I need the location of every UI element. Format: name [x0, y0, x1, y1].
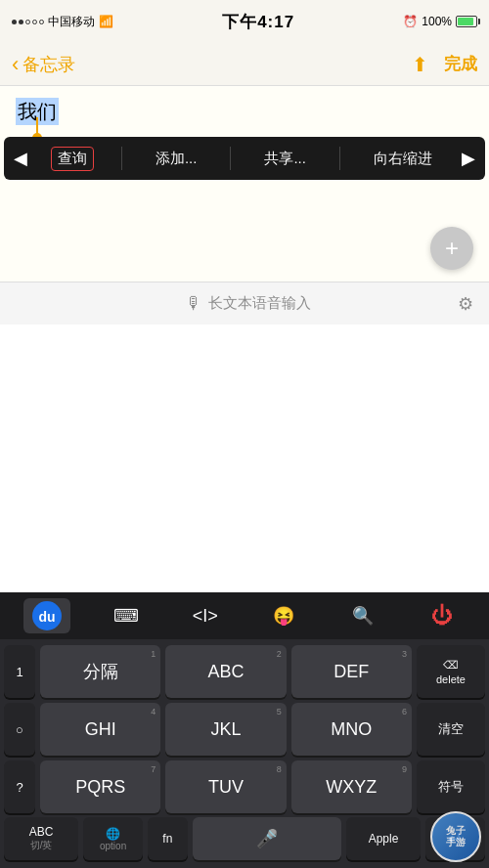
abc-bot-label: 切/英 [30, 839, 53, 852]
done-button[interactable]: 完成 [444, 53, 477, 75]
mic-icon[interactable]: 🎙 [186, 294, 202, 314]
kb-search-button[interactable]: 🔍 [339, 598, 386, 633]
key-side-question[interactable]: ? [4, 760, 35, 813]
key-mno[interactable]: 6 MNO [291, 703, 412, 756]
kb-emoji-button[interactable]: 😝 [260, 598, 307, 633]
fn-label: fn [162, 832, 172, 846]
voice-input-label: 长文本语音输入 [208, 294, 311, 313]
keyboard-icon: ⌨ [113, 605, 139, 627]
key-num-1: 1 [151, 649, 156, 659]
back-button[interactable]: ‹ 备忘录 [12, 53, 75, 76]
status-time: 下午4:17 [222, 11, 294, 33]
signal-dot-2 [19, 20, 23, 24]
key-pqrs[interactable]: 7 PQRS [40, 760, 160, 813]
key-tuv[interactable]: 8 TUV [165, 760, 286, 813]
keyboard-side-left: 1 ○ ? [4, 645, 35, 813]
notes-content-area[interactable]: 我们 ◀ 查询 添加... 共享... 向右缩进 ▶ + [0, 86, 489, 282]
keyboard-row-2: 4 GHI 5 JKL 6 MNO [40, 703, 412, 756]
key-label-jkl: JKL [210, 719, 241, 740]
power-icon: ⏻ [431, 603, 453, 629]
keyboard-row-3: 7 PQRS 8 TUV 9 WXYZ [40, 760, 412, 813]
key-num-8: 8 [277, 764, 282, 774]
emoji-icon: 😝 [273, 605, 294, 627]
option-label: option [100, 841, 126, 851]
input-toolbar: 🎙 长文本语音输入 ⚙ [0, 282, 489, 325]
kb-keyboard-button[interactable]: ⌨ [103, 598, 150, 633]
status-right: ⏰ 100% [403, 15, 477, 28]
input-toolbar-center: 🎙 长文本语音输入 [186, 294, 311, 314]
context-menu-item-indent[interactable]: 向右缩进 [368, 150, 438, 168]
keyboard-main-layout: 1 ○ ? 1 分隔 2 ABC 3 DEF [0, 639, 489, 817]
search-icon: 🔍 [352, 605, 374, 627]
key-num-5: 5 [277, 707, 282, 716]
keyboard-row-1: 1 分隔 2 ABC 3 DEF [40, 645, 412, 698]
share-button[interactable]: ⬆ [412, 53, 428, 76]
kb-cursor-button[interactable]: <I> [182, 598, 229, 633]
alarm-icon: ⏰ [403, 15, 418, 28]
context-menu-divider-1 [121, 147, 122, 170]
battery-fill [458, 18, 473, 25]
key-apple[interactable]: Apple [346, 817, 421, 860]
key-num-9: 9 [402, 764, 407, 774]
key-ghi[interactable]: 4 GHI [40, 703, 160, 756]
key-abc[interactable]: 2 ABC [165, 645, 286, 698]
key-num-7: 7 [151, 764, 156, 774]
delete-icon: ⌫ [443, 659, 459, 672]
keyboard-bottom-row: ABC 切/英 🌐 option fn 🎤 Apple ↵ [0, 817, 489, 868]
signal-dot-5 [39, 20, 44, 24]
signal-dots [12, 20, 44, 24]
apple-label: Apple [369, 832, 399, 846]
kb-power-button[interactable]: ⏻ [419, 598, 466, 633]
keyboard-topbar: du ⌨ <I> 😝 🔍 ⏻ [0, 592, 489, 639]
kb-du-button[interactable]: du [23, 598, 70, 633]
abc-top-label: ABC [29, 825, 54, 839]
keyboard-side-right: ⌫ delete 清空 符号 [417, 645, 485, 813]
key-abc-switch[interactable]: ABC 切/英 [4, 817, 78, 860]
key-clear[interactable]: 清空 [417, 703, 485, 756]
context-menu-item-lookup[interactable]: 查询 [51, 147, 94, 171]
delete-label: delete [436, 673, 466, 685]
status-left: 中国移动 📶 [12, 14, 113, 30]
context-menu-divider-3 [339, 147, 340, 170]
context-menu-items: 查询 添加... 共享... 向右缩进 [37, 147, 452, 171]
watermark: 兔子手游 [430, 811, 481, 862]
settings-icon[interactable]: ⚙ [458, 293, 473, 315]
svg-text:du: du [39, 609, 56, 625]
key-num-3: 3 [402, 649, 407, 659]
key-fen-ge[interactable]: 1 分隔 [40, 645, 160, 698]
key-symbol[interactable]: 符号 [417, 760, 485, 813]
context-menu-item-share[interactable]: 共享... [258, 150, 312, 168]
signal-dot-3 [25, 20, 30, 24]
key-fn[interactable]: fn [148, 817, 188, 860]
key-label-ghi: GHI [85, 719, 116, 740]
signal-dot-4 [32, 20, 37, 24]
key-num-2: 2 [277, 649, 282, 659]
battery-icon [456, 16, 477, 27]
key-jkl[interactable]: 5 JKL [165, 703, 286, 756]
add-button[interactable]: + [430, 227, 473, 270]
context-menu-item-add[interactable]: 添加... [150, 150, 203, 168]
signal-dot-1 [12, 20, 17, 24]
key-label-pqrs: PQRS [75, 777, 125, 798]
key-option[interactable]: 🌐 option [83, 817, 143, 860]
back-label: 备忘录 [22, 53, 75, 76]
status-bar: 中国移动 📶 下午4:17 ⏰ 100% [0, 0, 489, 43]
key-label-def: DEF [333, 662, 369, 682]
selected-text-wrapper: 我们 [16, 98, 59, 125]
key-def[interactable]: 3 DEF [291, 645, 412, 698]
key-label-wxyz: WXYZ [326, 777, 377, 798]
mic-keyboard-icon: 🎤 [256, 828, 278, 849]
context-menu: ◀ 查询 添加... 共享... 向右缩进 ▶ [4, 137, 485, 180]
key-side-circle[interactable]: ○ [4, 703, 35, 756]
key-label-abc: ABC [207, 662, 244, 682]
wifi-icon: 📶 [99, 15, 113, 28]
key-delete[interactable]: ⌫ delete [417, 645, 485, 698]
notes-area[interactable]: 我们 [0, 86, 489, 282]
key-space[interactable]: 🎤 [193, 817, 341, 860]
context-menu-left-arrow[interactable]: ◀ [4, 148, 37, 169]
cursor-icon: <I> [193, 606, 218, 627]
key-side-1[interactable]: 1 [4, 645, 35, 698]
key-wxyz[interactable]: 9 WXYZ [291, 760, 412, 813]
watermark-text: 兔子手游 [446, 825, 466, 848]
context-menu-right-arrow[interactable]: ▶ [452, 148, 485, 169]
